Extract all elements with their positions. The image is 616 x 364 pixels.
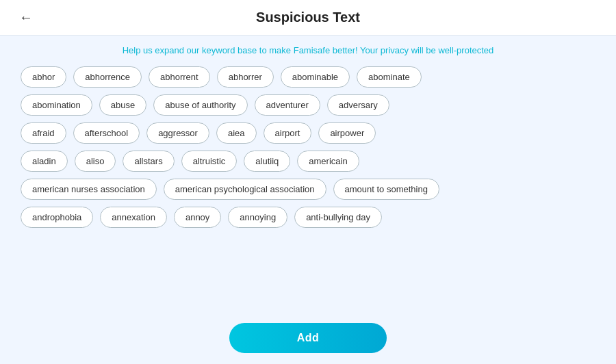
keyword-row-5: androphobiaannexationannoyannoyinganti-b…	[21, 207, 595, 228]
keyword-tag[interactable]: afterschool	[73, 122, 140, 144]
header: ← Suspicious Text	[0, 0, 616, 36]
keyword-tag[interactable]: aiea	[216, 122, 257, 144]
keyword-tag[interactable]: annoy	[174, 207, 221, 228]
keyword-row-3: aladinalisoallstarsaltruisticalutiiqamer…	[21, 151, 595, 172]
keyword-tag[interactable]: abominable	[281, 66, 350, 88]
keyword-tag[interactable]: american psychological association	[164, 179, 326, 200]
keyword-row-4: american nurses associationamerican psyc…	[21, 179, 595, 200]
keyword-row-0: abhorabhorrenceabhorrentabhorrerabominab…	[21, 66, 595, 88]
add-button-container: Add	[0, 315, 616, 364]
keyword-tag[interactable]: allstars	[123, 151, 174, 172]
keyword-tag[interactable]: abominate	[357, 66, 422, 88]
keyword-tag[interactable]: american nurses association	[21, 179, 157, 200]
keyword-tag[interactable]: abhorrent	[149, 66, 210, 88]
keyword-tag[interactable]: alutiiq	[244, 151, 290, 172]
keyword-tag[interactable]: americain	[297, 151, 359, 172]
keywords-area: abhorabhorrenceabhorrentabhorrerabominab…	[0, 62, 616, 315]
keyword-tag[interactable]: abomination	[21, 94, 92, 116]
keyword-tag[interactable]: androphobia	[21, 207, 93, 228]
keyword-tag[interactable]: adventurer	[255, 94, 320, 116]
keyword-tag[interactable]: airpower	[318, 122, 376, 144]
keyword-tag[interactable]: afraid	[21, 122, 66, 144]
keyword-tag[interactable]: aliso	[75, 151, 116, 172]
subtitle-text: Help us expand our keyword base to make …	[109, 36, 508, 62]
keyword-tag[interactable]: anti-bullying day	[294, 207, 382, 228]
keyword-row-1: abominationabuseabuse of authorityadvent…	[21, 94, 595, 116]
keyword-tag[interactable]: aggressor	[146, 122, 209, 144]
keyword-tag[interactable]: amount to something	[333, 179, 439, 200]
keyword-tag[interactable]: adversary	[327, 94, 389, 116]
keyword-tag[interactable]: annexation	[100, 207, 167, 228]
page-title: Suspicious Text	[256, 10, 360, 25]
keyword-tag[interactable]: abuse of authority	[153, 94, 247, 116]
keyword-tag[interactable]: altruistic	[181, 151, 238, 172]
keyword-tag[interactable]: abhor	[21, 66, 66, 88]
keyword-tag[interactable]: annoying	[228, 207, 287, 228]
keyword-tag[interactable]: abhorrer	[217, 66, 274, 88]
back-button[interactable]: ←	[14, 7, 38, 28]
keyword-tag[interactable]: abuse	[99, 94, 146, 116]
keyword-tag[interactable]: airport	[264, 122, 312, 144]
keyword-tag[interactable]: aladin	[21, 151, 68, 172]
keyword-row-2: afraidafterschoolaggressoraieaairportair…	[21, 122, 595, 144]
page-container: ← Suspicious Text Help us expand our key…	[0, 0, 616, 364]
keyword-tag[interactable]: abhorrence	[73, 66, 142, 88]
add-button[interactable]: Add	[229, 323, 387, 353]
